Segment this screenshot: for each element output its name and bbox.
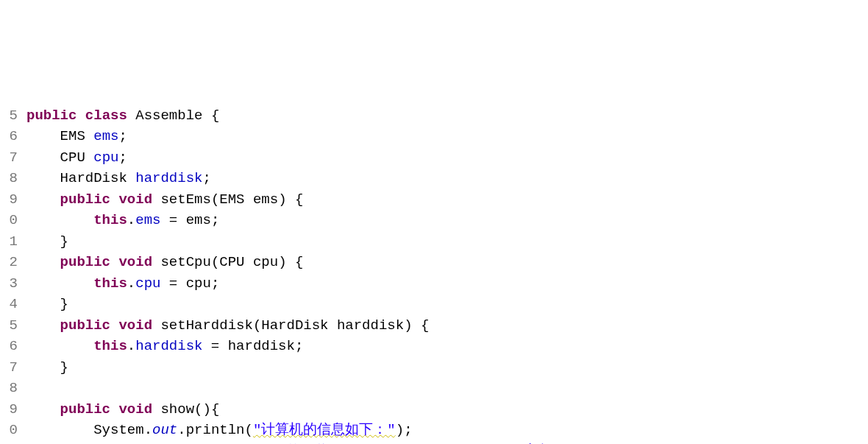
class-name: Assemble [135,108,202,124]
code-line[interactable]: CPU cpu; [26,147,868,169]
field: cpu [135,275,160,292]
line-number: 1 [0,441,18,445]
code-line[interactable]: public void show(){ [26,399,868,420]
code-line[interactable]: HardDisk harddisk; [26,168,868,189]
field: cpu [93,149,118,166]
code-line[interactable]: public void setHarddisk(HardDisk harddis… [26,315,868,336]
type: HardDisk [60,170,127,186]
type: HardDisk [261,317,328,334]
code-line[interactable]: this.ems = ems; [26,210,868,231]
field: harddisk [135,170,202,186]
type: EMS [219,191,244,208]
method: setCpu [160,254,210,270]
code-line[interactable]: EMS ems; [26,126,868,147]
code-line[interactable]: } [26,357,868,378]
keyword: this [93,212,127,228]
code-line[interactable]: this.harddisk = harddisk; [26,336,868,357]
var: cpu [186,275,211,292]
code-line[interactable]: this.cpu = cpu; [26,273,868,295]
field: ems [135,212,160,228]
method: setEms [160,191,210,208]
line-number: 7 [0,147,18,169]
string: "计算机的信息如下：" [253,422,396,438]
method: show [160,401,194,417]
method-call: println [186,422,245,438]
line-number: 9 [0,189,18,211]
field: ems [93,128,118,144]
param: cpu [253,254,278,270]
keyword: this [93,275,127,292]
method: setHarddisk [160,317,252,334]
keyword: class [85,108,127,124]
code-line[interactable]: System.out.println("CPU的品牌是："+cpu.getbra… [26,441,868,445]
keyword: void [118,401,152,417]
line-number: 9 [0,399,18,420]
code-line[interactable]: } [26,231,868,253]
code-line[interactable]: public void setCpu(CPU cpu) { [26,252,868,273]
line-number: 8 [0,378,18,399]
code-editor: 567890123456789012345 public class Assem… [0,84,868,444]
code-line[interactable]: public class Assemble { [26,105,868,127]
keyword: public [60,401,110,417]
type: CPU [219,254,244,270]
param: ems [253,191,278,208]
keyword: public [26,108,77,124]
line-number: 3 [0,273,18,295]
code-line[interactable]: } [26,294,868,315]
keyword: this [93,338,127,354]
line-number: 8 [0,168,18,189]
keyword: void [118,254,152,270]
static-field: out [152,422,177,438]
var: harddisk [228,338,295,354]
keyword: public [60,317,110,334]
param: harddisk [337,317,404,334]
code-line[interactable] [26,378,868,399]
keyword: void [118,191,152,208]
class-ref: System [93,422,143,438]
line-number-gutter: 567890123456789012345 [0,84,21,444]
keyword: void [118,317,152,334]
var: ems [186,212,211,228]
line-number: 7 [0,357,18,378]
line-number: 0 [0,210,18,231]
line-number: 4 [0,294,18,315]
line-number: 6 [0,336,18,357]
line-number: 5 [0,105,18,127]
code-line[interactable]: System.out.println("计算机的信息如下："); [26,420,868,441]
keyword: public [60,191,110,208]
code-area[interactable]: public class Assemble { EMS ems; CPU cpu… [21,84,868,444]
line-number: 2 [0,252,18,273]
type: CPU [60,149,85,166]
type: EMS [60,128,85,144]
line-number: 1 [0,231,18,253]
keyword: public [60,254,110,270]
line-number: 6 [0,126,18,147]
field: harddisk [135,338,202,354]
code-line[interactable]: public void setEms(EMS ems) { [26,189,868,211]
line-number: 0 [0,420,18,441]
line-number: 5 [0,315,18,336]
